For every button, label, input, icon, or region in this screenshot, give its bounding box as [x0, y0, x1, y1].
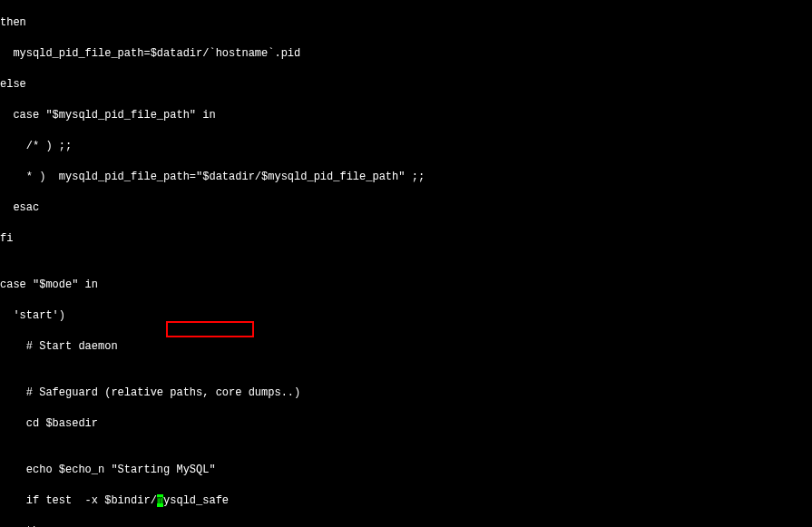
- code-line: fi: [0, 231, 812, 247]
- code-line: mysqld_pid_file_path=$datadir/`hostname`…: [0, 46, 812, 62]
- code-post-cursor: ysqld_safe: [163, 494, 229, 507]
- code-line: then: [0, 15, 812, 31]
- terminal-cursor: m: [157, 494, 163, 507]
- code-line: /* ) ;;: [0, 139, 812, 154]
- code-line: echo $echo_n "Starting MySQL": [0, 463, 812, 478]
- code-line: # Start daemon: [0, 339, 812, 355]
- code-line: case "$mysqld_pid_file_path" in: [0, 108, 812, 123]
- code-line-cursor: if test -x $bindir/mysqld_safe: [0, 493, 812, 509]
- code-pre-cursor: if test -x $bindir/: [0, 494, 157, 507]
- code-line: cd $basedir: [0, 416, 812, 432]
- code-line: * ) mysqld_pid_file_path="$datadir/$mysq…: [0, 170, 812, 185]
- code-line: 'start'): [0, 308, 812, 324]
- code-line: case "$mode" in: [0, 278, 812, 293]
- code-line: else: [0, 77, 812, 93]
- code-line: esac: [0, 200, 812, 216]
- terminal-code[interactable]: then mysqld_pid_file_path=$datadir/`host…: [0, 0, 812, 527]
- code-line: # Safeguard (relative paths, core dumps.…: [0, 385, 812, 401]
- highlight-box: [166, 321, 254, 337]
